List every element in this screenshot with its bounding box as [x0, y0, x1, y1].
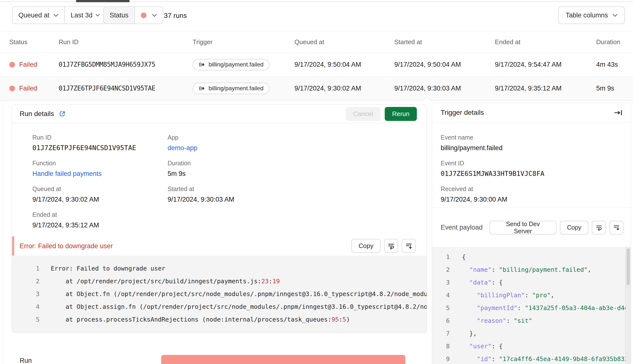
status-filter-label-seg[interactable]: Status [104, 7, 134, 24]
app-link[interactable]: demo-app [168, 144, 303, 152]
cell-queued-at: 9/17/2024, 9:30:02 AM [294, 84, 394, 92]
event-payload-json: 1{2 "name": "billing/payment.failed",3 "… [432, 247, 631, 364]
send-to-dev-server-button[interactable]: Send to Dev Server [490, 221, 556, 234]
run-details-header: Run details Cancel Rerun [12, 105, 427, 123]
table-columns-label: Table columns [566, 12, 608, 19]
function-link[interactable]: Handle failed payments [32, 170, 168, 178]
word-wrap-icon [596, 224, 602, 231]
collapse-panel-icon[interactable] [614, 109, 622, 116]
field-ended-at: Ended at 9/17/2024, 9:35:12 AM [32, 211, 168, 229]
error-actions: Copy [351, 239, 416, 253]
col-header-status: Status [9, 38, 59, 46]
scrollbar-thumb[interactable] [626, 248, 630, 285]
runs-table: Status Run ID Trigger Queued at Started … [0, 32, 633, 100]
copy-payload-button[interactable]: Copy [560, 221, 588, 234]
run-details-fields: Run ID 01J7ZE6TPJF6E94NCSD1V95TAE App de… [12, 123, 427, 229]
failed-status-dot-icon [141, 12, 146, 18]
error-title: Error: Failed to downgrade user [20, 242, 113, 250]
trigger-details-title: Trigger details [441, 109, 484, 116]
code-line: 8 "user": { [432, 340, 631, 352]
copy-error-button[interactable]: Copy [351, 239, 380, 253]
code-line: 4 "billingPlan": "pro", [432, 289, 631, 302]
chevron-down-icon [53, 14, 58, 17]
filter-range-select[interactable]: Last 3d [64, 7, 106, 24]
cell-queued-at: 9/17/2024, 9:50:04 AM [294, 61, 394, 68]
runs-count: 37 runs [164, 0, 187, 32]
status-label: Failed [19, 84, 37, 92]
code-line: 1{ [432, 250, 631, 263]
cell-run-id: 01J7ZFBG5DMM85MJA9H659JX75 [59, 61, 192, 68]
trigger-event-pill[interactable]: billing/payment.failed [192, 59, 270, 70]
code-line: 6 "reason": "sit" [432, 314, 631, 327]
cell-ended-at: 9/17/2024, 9:35:12 AM [495, 84, 596, 92]
run-details-panel: Run details Cancel Rerun Run ID 01J7ZE6T… [12, 104, 427, 332]
timeline-failed-run-bar[interactable] [161, 355, 405, 364]
cell-trigger: billing/payment.failed [192, 83, 294, 94]
table-row-selected[interactable]: Failed 01J7ZE6TPJF6E94NCSD1V95TAE billin… [0, 76, 633, 100]
status-filter-label: Status [110, 12, 128, 19]
cell-started-at: 9/17/2024, 9:30:03 AM [394, 84, 495, 92]
field-queued-at: Queued at 9/17/2024, 9:30:02 AM [32, 185, 168, 203]
filter-range-label: Last 3d [71, 12, 92, 19]
json-lines: 1{2 "name": "billing/payment.failed",3 "… [432, 250, 631, 364]
field-app: App demo-app [168, 134, 303, 152]
rerun-button[interactable]: Rerun [385, 107, 417, 121]
cell-ended-at: 9/17/2024, 9:54:47 AM [495, 61, 596, 68]
filter-field-select[interactable]: Queued at [12, 7, 64, 24]
error-accent-stripe [12, 236, 14, 256]
cell-run-id: 01J7ZE6TPJF6E94NCSD1V95TAE [59, 84, 192, 92]
active-tab-underline [76, 0, 130, 2]
trigger-event-pill[interactable]: billing/payment.failed [192, 83, 270, 94]
trigger-details-header: Trigger details [432, 103, 631, 122]
field-event-id: Event ID 01J7ZE6S1MJWA33HT9B1VJC8FA [441, 160, 631, 178]
run-details-title: Run details [20, 110, 54, 118]
code-line: 3 at Object.fn (/opt/render/project/src/… [12, 288, 427, 300]
field-event-name: Event name billing/payment.failed [441, 134, 631, 152]
col-header-trigger: Trigger [192, 38, 294, 46]
failed-status-dot-icon [9, 86, 15, 91]
status-filter-value-seg[interactable] [134, 7, 163, 24]
timeline-run-label: Run [20, 357, 32, 364]
external-link-icon[interactable] [59, 110, 66, 117]
cell-trigger: billing/payment.failed [192, 59, 294, 70]
cell-duration: 5m 9s [596, 84, 633, 92]
col-header-queued: Queued at [294, 38, 394, 46]
cell-status: Failed [9, 61, 59, 68]
word-wrap-button[interactable] [592, 221, 606, 234]
code-line: 3 "data": { [432, 276, 631, 289]
table-header-row: Status Run ID Trigger Queued at Started … [0, 32, 633, 53]
code-line: 4 at Object.assign.fn (/opt/render/proje… [12, 300, 427, 313]
expand-lines-button[interactable] [610, 221, 624, 234]
panel-left-border [2, 101, 3, 364]
code-line: 9 "id": "17ca4ff6-45ea-4149-9b48-6fa935b… [432, 352, 631, 364]
col-header-ended: Ended at [495, 38, 596, 46]
failed-status-dot-icon [9, 62, 15, 68]
expand-lines-button[interactable] [402, 239, 416, 253]
event-payload-actions: Send to Dev Server Copy [490, 221, 624, 234]
error-stack-trace: 1Error: Failed to downgrade user2 at /op… [12, 256, 427, 332]
word-wrap-button[interactable] [384, 239, 398, 253]
word-wrap-icon [388, 242, 395, 250]
trigger-details-fields: Event name billing/payment.failed Event … [432, 122, 631, 203]
details-region: Run details Cancel Rerun Run ID 01J7ZE6T… [0, 100, 633, 364]
status-label: Failed [19, 61, 37, 68]
payload-scrollbar[interactable] [626, 247, 631, 364]
code-line: 5 "paymentId": "1437a25f-05a3-404a-ab3e-… [432, 302, 631, 314]
event-payload-title: Event payload [441, 223, 490, 232]
field-run-id: Run ID 01J7ZE6TPJF6E94NCSD1V95TAE [32, 134, 168, 152]
chevron-down-icon [96, 14, 100, 17]
filter-toolbar: Queued at Last 3d Status 37 runs Table c… [0, 0, 633, 32]
cancel-button[interactable]: Cancel [346, 107, 380, 121]
event-payload-header: Event payload Send to Dev Server Copy [432, 208, 631, 247]
col-header-started: Started at [394, 38, 495, 46]
field-started-at: Started at 9/17/2024, 9:30:03 AM [168, 185, 303, 203]
table-row[interactable]: Failed 01J7ZFBG5DMM85MJA9H659JX75 billin… [0, 53, 633, 76]
cell-duration: 4m 43s [596, 61, 633, 68]
trigger-event-name: billing/payment.failed [208, 61, 264, 68]
field-received-at: Received at 9/17/2024, 9:30:00 AM [441, 185, 631, 203]
trigger-details-panel: Trigger details Event name billing/payme… [432, 103, 631, 364]
chevron-down-icon [612, 14, 618, 17]
status-filter: Status [103, 6, 164, 24]
table-columns-button[interactable]: Table columns [558, 6, 625, 24]
cell-status: Failed [9, 84, 59, 92]
